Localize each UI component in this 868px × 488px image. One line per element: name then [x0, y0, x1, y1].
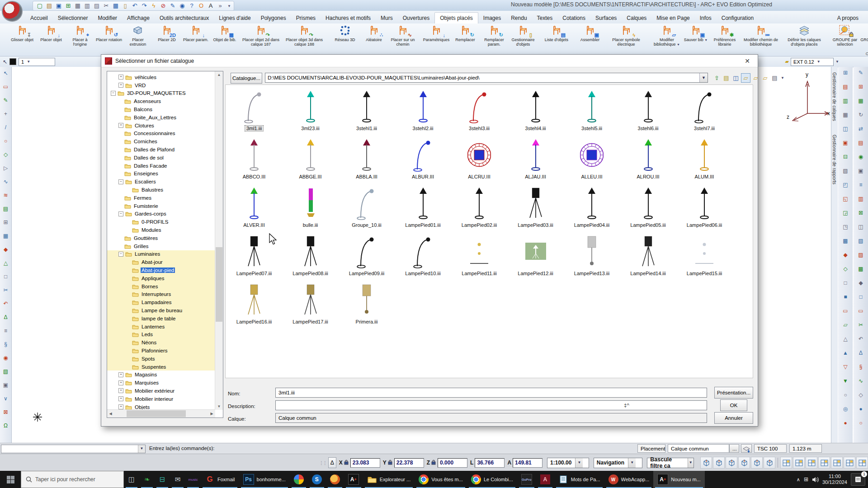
right1-tool-icon-16[interactable]: ■	[841, 292, 850, 301]
catalog-file-name[interactable]: ALUM.III	[693, 174, 716, 179]
tree-item-label[interactable]: Escaliers	[134, 179, 157, 184]
tree-vertical-scrollbar[interactable]: ▲ ▼	[215, 71, 223, 410]
tree-item[interactable]: Appliques	[107, 274, 215, 282]
tree-item[interactable]: Fermes	[107, 194, 215, 202]
catalog-file-item[interactable]: LampePied11.iii	[451, 234, 507, 281]
ok-button[interactable]: OK	[720, 399, 747, 411]
tree-item-label[interactable]: Spots	[141, 356, 156, 361]
catalog-file-name[interactable]: LampePied04.iii	[573, 222, 611, 228]
menu-item-9[interactable]: Murs	[376, 13, 398, 23]
tree-item[interactable]: −Luminaires	[107, 250, 215, 258]
chevron-down-icon[interactable]: ▼	[781, 76, 784, 80]
tree-item[interactable]: Concessionnaires	[107, 130, 215, 138]
right2-tool-icon-20[interactable]: Δ	[856, 348, 865, 357]
list-view-icon[interactable]: ▤	[770, 74, 779, 82]
catalog-file-name[interactable]: ALCRU.III	[467, 174, 492, 179]
catalog-file-name[interactable]: LampePied12.iii	[516, 271, 554, 276]
ribbon-button-0-0[interactable]: ↧ Glisser objet	[8, 24, 37, 56]
scrollbar-thumb[interactable]	[216, 247, 222, 322]
tree-item[interactable]: +Objets	[107, 403, 215, 410]
catalog-file-name[interactable]: ALBUR.III	[410, 174, 435, 179]
tree-item[interactable]: Abat-jour-pied	[107, 266, 215, 274]
ribbon-button-1-1[interactable]: ∴ Aléatoire	[359, 24, 388, 56]
left-tool-icon-1[interactable]: ▭	[1, 82, 10, 91]
right1-tool-icon-5[interactable]: ▣	[841, 138, 850, 147]
left-tool-icon-19[interactable]: ≡	[1, 326, 10, 335]
catalog-file-item[interactable]: ALLEU.III	[564, 137, 620, 184]
collapse-icon[interactable]: −	[118, 252, 123, 257]
catalog-file-item[interactable]: Primera.iii	[339, 282, 395, 329]
view3d-icon-0[interactable]	[700, 457, 712, 469]
view3d-icon-4[interactable]	[751, 457, 763, 469]
left-tool-icon-18[interactable]: Δ	[1, 313, 10, 322]
tree-item[interactable]: Balustres	[107, 186, 215, 194]
ribbon-button-5-2[interactable]: ✱ Préférences librairie	[710, 24, 739, 56]
new-file-icon[interactable]: ▢	[36, 2, 44, 10]
taskbar-app-9[interactable]: GoPro	[517, 471, 536, 488]
tree-item[interactable]: +Clotures	[107, 122, 215, 130]
search-input[interactable]: Taper ici pour rechercher	[21, 471, 124, 488]
catalog-file-name[interactable]: 3stehl4.iii	[524, 126, 547, 131]
catalog-file-name[interactable]: LampePied17.iii	[291, 319, 329, 324]
new-note-icon[interactable]: ▤	[722, 74, 731, 82]
ribbon-button-1-0[interactable]: Réseau 3D	[330, 24, 359, 56]
layout-icon-6[interactable]	[856, 457, 868, 469]
catalog-file-name[interactable]: LampePied03.iii	[516, 222, 554, 228]
catalog-file-item[interactable]: LampePied14.iii	[620, 234, 676, 281]
collapse-icon[interactable]: −	[111, 91, 116, 96]
tree-item[interactable]: Interrupteurs	[107, 291, 215, 299]
catalog-file-name[interactable]: 3stehl2.iii	[411, 126, 435, 131]
catalog-file-item[interactable]: 3stehl1.iii	[339, 89, 395, 136]
catalog-file-name[interactable]: LampePied11.iii	[460, 271, 498, 276]
tree-item-label[interactable]: Balcons	[133, 107, 153, 112]
left-tool-icon-10[interactable]: ▤	[1, 204, 10, 213]
lock-icon[interactable]	[387, 460, 393, 466]
ribbon-button-4-0[interactable]: ▣ Assembler	[576, 24, 604, 56]
tree-item-label[interactable]: Fumisterie	[133, 203, 159, 209]
layer-tool-button[interactable]	[741, 444, 752, 453]
catalog-path-combo[interactable]: D:\MES DOCUMENTS\ARCALIB-EVO\3D-POUR_MAQ…	[265, 73, 708, 83]
tree-item-label[interactable]: Enseignes	[133, 171, 159, 176]
right2-tool-icon-18[interactable]: ✂	[856, 320, 865, 329]
catalog-file-item[interactable]: LampePied09.iii	[339, 234, 395, 281]
catalog-file-item[interactable]: LampePied15.iii	[676, 234, 732, 281]
tree-item-label[interactable]: Mobilier interieur	[134, 396, 174, 402]
copy-icon[interactable]: ▦	[112, 2, 120, 10]
menu-item-17[interactable]: Calques	[622, 13, 651, 23]
scrollbar-thumb[interactable]	[127, 410, 186, 417]
right2-tool-icon-6[interactable]: ◉	[856, 152, 865, 161]
right1-tool-icon-18[interactable]: ▱	[841, 320, 850, 329]
left-tool-icon-12[interactable]: ▦	[1, 231, 10, 240]
save-icon[interactable]: ▣	[55, 2, 63, 10]
ribbon-button-2-2[interactable]: ↻ Remplacer param.	[480, 24, 509, 56]
right2-tool-icon-17[interactable]: ▭	[856, 306, 865, 315]
right2-tool-icon-22[interactable]: ∿	[856, 376, 865, 385]
clock[interactable]: 11:00 30/12/2024	[822, 474, 847, 485]
right2-tool-icon-15[interactable]: ◆	[856, 278, 865, 287]
right1-tool-icon-6[interactable]: ⊟	[841, 152, 850, 161]
menu-item-11[interactable]: Objets placés	[434, 12, 478, 23]
tree-item-label[interactable]: Luminaires	[134, 251, 161, 257]
tree-item[interactable]: Balcons	[107, 105, 215, 113]
tab-report-manager[interactable]: Gestionnaire de rapports	[832, 135, 837, 184]
right1-tool-icon-2[interactable]: ▥	[841, 96, 850, 105]
dialog-title-bar[interactable]: Sélectionner un fichier catalogue ✕	[101, 55, 758, 67]
tree-item-label[interactable]: 0-PROFILS	[141, 219, 169, 225]
lock-icon[interactable]	[431, 460, 436, 466]
menu-item-15[interactable]: Cotations	[557, 13, 590, 23]
tree-item-label[interactable]: Gardes-corps	[134, 211, 167, 216]
table-icon[interactable]: ⊞	[64, 2, 72, 10]
ribbon-button-2-3[interactable]: ▯ Gestionnaire d'objets	[509, 24, 538, 56]
nom-field[interactable]: 3ml1.iii	[275, 388, 707, 398]
print-preview-icon[interactable]: ▥	[83, 2, 91, 10]
catalog-file-name[interactable]: LampePied14.iii	[629, 271, 667, 276]
catalog-file-item[interactable]: ALROU.III	[620, 137, 676, 184]
taskbar-app-2[interactable]	[290, 471, 308, 488]
help-icon[interactable]: ?	[188, 2, 196, 10]
right2-tool-icon-7[interactable]: ▣	[856, 166, 865, 175]
taskbar-app-3[interactable]: S	[308, 471, 326, 488]
right2-tool-icon-4[interactable]: ⇄	[856, 124, 865, 133]
tree-item-label[interactable]: Concessionnaires	[133, 131, 176, 136]
collapse-icon[interactable]: −	[118, 211, 123, 216]
catalog-file-name[interactable]: LampePied05.iii	[629, 222, 667, 228]
